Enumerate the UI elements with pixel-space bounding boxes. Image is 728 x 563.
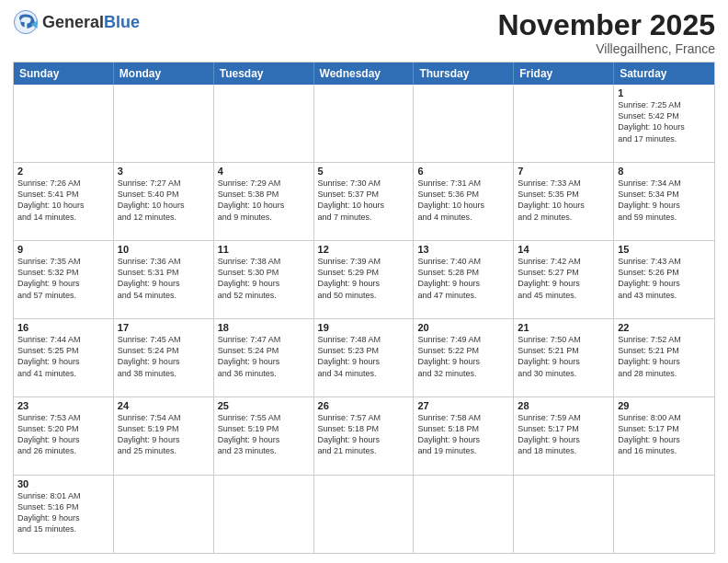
logo-text: GeneralBlue bbox=[42, 14, 140, 30]
calendar-cell: 11Sunrise: 7:38 AM Sunset: 5:30 PM Dayli… bbox=[214, 241, 314, 318]
calendar-cell bbox=[114, 476, 214, 553]
cell-info: Sunrise: 7:44 AM Sunset: 5:25 PM Dayligh… bbox=[17, 334, 109, 379]
calendar-header-cell: Saturday bbox=[614, 63, 714, 85]
cell-info: Sunrise: 7:29 AM Sunset: 5:38 PM Dayligh… bbox=[218, 178, 310, 223]
cell-info: Sunrise: 7:35 AM Sunset: 5:32 PM Dayligh… bbox=[17, 256, 109, 301]
cell-info: Sunrise: 7:52 AM Sunset: 5:21 PM Dayligh… bbox=[618, 334, 711, 379]
day-number: 5 bbox=[318, 166, 410, 177]
calendar-header-cell: Thursday bbox=[414, 63, 514, 85]
cell-info: Sunrise: 7:27 AM Sunset: 5:40 PM Dayligh… bbox=[118, 178, 210, 223]
cell-info: Sunrise: 7:36 AM Sunset: 5:31 PM Dayligh… bbox=[118, 256, 210, 301]
calendar-week-row: 9Sunrise: 7:35 AM Sunset: 5:32 PM Daylig… bbox=[14, 240, 714, 318]
calendar-week-row: 16Sunrise: 7:44 AM Sunset: 5:25 PM Dayli… bbox=[14, 318, 714, 396]
calendar-cell: 3Sunrise: 7:27 AM Sunset: 5:40 PM Daylig… bbox=[114, 163, 214, 240]
calendar-cell bbox=[414, 476, 514, 553]
calendar-cell: 25Sunrise: 7:55 AM Sunset: 5:19 PM Dayli… bbox=[214, 397, 314, 475]
cell-info: Sunrise: 7:48 AM Sunset: 5:23 PM Dayligh… bbox=[318, 334, 410, 379]
cell-info: Sunrise: 7:39 AM Sunset: 5:29 PM Dayligh… bbox=[318, 256, 410, 301]
day-number: 25 bbox=[218, 400, 310, 411]
day-number: 28 bbox=[518, 400, 609, 411]
calendar-cell bbox=[214, 85, 314, 162]
calendar-cell: 22Sunrise: 7:52 AM Sunset: 5:21 PM Dayli… bbox=[614, 319, 714, 396]
day-number: 23 bbox=[17, 400, 109, 411]
cell-info: Sunrise: 8:01 AM Sunset: 5:16 PM Dayligh… bbox=[17, 490, 109, 535]
calendar-cell: 9Sunrise: 7:35 AM Sunset: 5:32 PM Daylig… bbox=[14, 241, 114, 318]
day-number: 22 bbox=[618, 322, 711, 333]
day-number: 3 bbox=[118, 166, 210, 177]
day-number: 18 bbox=[218, 322, 310, 333]
cell-info: Sunrise: 7:31 AM Sunset: 5:36 PM Dayligh… bbox=[417, 178, 509, 223]
location-title: Villegailhenc, France bbox=[497, 41, 715, 56]
day-number: 2 bbox=[17, 166, 109, 177]
cell-info: Sunrise: 7:59 AM Sunset: 5:17 PM Dayligh… bbox=[518, 412, 609, 457]
day-number: 4 bbox=[218, 166, 310, 177]
calendar-cell: 12Sunrise: 7:39 AM Sunset: 5:29 PM Dayli… bbox=[314, 241, 415, 318]
calendar-cell: 27Sunrise: 7:58 AM Sunset: 5:18 PM Dayli… bbox=[414, 397, 514, 475]
day-number: 21 bbox=[518, 322, 609, 333]
cell-info: Sunrise: 7:26 AM Sunset: 5:41 PM Dayligh… bbox=[17, 178, 109, 223]
day-number: 8 bbox=[618, 166, 711, 177]
calendar-cell: 1Sunrise: 7:25 AM Sunset: 5:42 PM Daylig… bbox=[614, 85, 714, 162]
day-number: 6 bbox=[417, 166, 509, 177]
cell-info: Sunrise: 7:57 AM Sunset: 5:18 PM Dayligh… bbox=[318, 412, 410, 457]
day-number: 30 bbox=[17, 478, 109, 489]
calendar-cell: 13Sunrise: 7:40 AM Sunset: 5:28 PM Dayli… bbox=[414, 241, 514, 318]
day-number: 10 bbox=[118, 244, 210, 255]
calendar-cell: 29Sunrise: 8:00 AM Sunset: 5:17 PM Dayli… bbox=[614, 397, 714, 475]
cell-info: Sunrise: 8:00 AM Sunset: 5:17 PM Dayligh… bbox=[618, 412, 711, 457]
cell-info: Sunrise: 7:42 AM Sunset: 5:27 PM Dayligh… bbox=[518, 256, 609, 301]
day-number: 7 bbox=[518, 166, 609, 177]
calendar-cell: 24Sunrise: 7:54 AM Sunset: 5:19 PM Dayli… bbox=[114, 397, 214, 475]
day-number: 9 bbox=[17, 244, 109, 255]
calendar-header-cell: Tuesday bbox=[214, 63, 314, 85]
calendar-cell: 2Sunrise: 7:26 AM Sunset: 5:41 PM Daylig… bbox=[14, 163, 114, 240]
calendar-cell: 20Sunrise: 7:49 AM Sunset: 5:22 PM Dayli… bbox=[414, 319, 514, 396]
calendar-cell bbox=[214, 476, 314, 553]
calendar-cell bbox=[614, 476, 714, 553]
cell-info: Sunrise: 7:43 AM Sunset: 5:26 PM Dayligh… bbox=[618, 256, 711, 301]
day-number: 1 bbox=[618, 87, 711, 98]
calendar-cell bbox=[114, 85, 214, 162]
calendar: SundayMondayTuesdayWednesdayThursdayFrid… bbox=[13, 62, 715, 554]
calendar-cell: 18Sunrise: 7:47 AM Sunset: 5:24 PM Dayli… bbox=[214, 319, 314, 396]
cell-info: Sunrise: 7:47 AM Sunset: 5:24 PM Dayligh… bbox=[218, 334, 310, 379]
calendar-week-row: 2Sunrise: 7:26 AM Sunset: 5:41 PM Daylig… bbox=[14, 162, 714, 240]
calendar-week-row: 1Sunrise: 7:25 AM Sunset: 5:42 PM Daylig… bbox=[14, 85, 714, 162]
logo: GeneralBlue bbox=[13, 9, 140, 35]
calendar-cell: 10Sunrise: 7:36 AM Sunset: 5:31 PM Dayli… bbox=[114, 241, 214, 318]
calendar-cell bbox=[314, 85, 415, 162]
calendar-cell: 30Sunrise: 8:01 AM Sunset: 5:16 PM Dayli… bbox=[14, 476, 114, 553]
title-section: November 2025 Villegailhenc, France bbox=[497, 9, 715, 56]
cell-info: Sunrise: 7:38 AM Sunset: 5:30 PM Dayligh… bbox=[218, 256, 310, 301]
calendar-cell bbox=[514, 85, 614, 162]
calendar-cell bbox=[514, 476, 614, 553]
calendar-cell: 16Sunrise: 7:44 AM Sunset: 5:25 PM Dayli… bbox=[14, 319, 114, 396]
cell-info: Sunrise: 7:30 AM Sunset: 5:37 PM Dayligh… bbox=[318, 178, 410, 223]
day-number: 12 bbox=[318, 244, 410, 255]
cell-info: Sunrise: 7:54 AM Sunset: 5:19 PM Dayligh… bbox=[118, 412, 210, 457]
calendar-header-row: SundayMondayTuesdayWednesdayThursdayFrid… bbox=[14, 63, 714, 85]
day-number: 15 bbox=[618, 244, 711, 255]
cell-info: Sunrise: 7:34 AM Sunset: 5:34 PM Dayligh… bbox=[618, 178, 711, 223]
cell-info: Sunrise: 7:50 AM Sunset: 5:21 PM Dayligh… bbox=[518, 334, 609, 379]
calendar-cell: 7Sunrise: 7:33 AM Sunset: 5:35 PM Daylig… bbox=[514, 163, 614, 240]
cell-info: Sunrise: 7:55 AM Sunset: 5:19 PM Dayligh… bbox=[218, 412, 310, 457]
calendar-header-cell: Friday bbox=[514, 63, 614, 85]
calendar-cell: 17Sunrise: 7:45 AM Sunset: 5:24 PM Dayli… bbox=[114, 319, 214, 396]
calendar-header-cell: Monday bbox=[114, 63, 214, 85]
calendar-cell: 28Sunrise: 7:59 AM Sunset: 5:17 PM Dayli… bbox=[514, 397, 614, 475]
logo-icon bbox=[13, 9, 39, 35]
cell-info: Sunrise: 7:53 AM Sunset: 5:20 PM Dayligh… bbox=[17, 412, 109, 457]
calendar-cell: 26Sunrise: 7:57 AM Sunset: 5:18 PM Dayli… bbox=[314, 397, 415, 475]
calendar-cell bbox=[14, 85, 114, 162]
day-number: 29 bbox=[618, 400, 711, 411]
cell-info: Sunrise: 7:40 AM Sunset: 5:28 PM Dayligh… bbox=[417, 256, 509, 301]
cell-info: Sunrise: 7:49 AM Sunset: 5:22 PM Dayligh… bbox=[417, 334, 509, 379]
calendar-cell: 23Sunrise: 7:53 AM Sunset: 5:20 PM Dayli… bbox=[14, 397, 114, 475]
calendar-week-row: 23Sunrise: 7:53 AM Sunset: 5:20 PM Dayli… bbox=[14, 396, 714, 475]
calendar-cell bbox=[414, 85, 514, 162]
day-number: 16 bbox=[17, 322, 109, 333]
header: GeneralBlue November 2025 Villegailhenc,… bbox=[13, 9, 715, 56]
calendar-week-row: 30Sunrise: 8:01 AM Sunset: 5:16 PM Dayli… bbox=[14, 475, 714, 553]
calendar-cell: 21Sunrise: 7:50 AM Sunset: 5:21 PM Dayli… bbox=[514, 319, 614, 396]
